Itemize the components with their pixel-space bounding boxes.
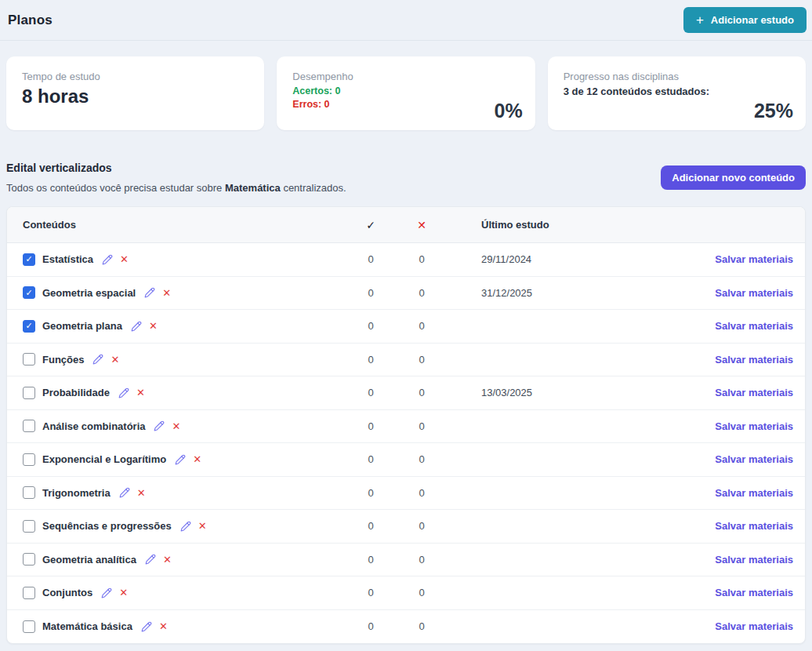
- table-row: ✓ Geometria plana ✕ 0 0 Salvar materiais: [7, 310, 805, 344]
- row-checkbox[interactable]: ✓: [23, 453, 35, 466]
- delete-x-icon[interactable]: ✕: [111, 354, 119, 366]
- save-materials-link[interactable]: Salvar materiais: [715, 620, 793, 632]
- row-correct-count: 0: [347, 587, 394, 598]
- save-materials-link[interactable]: Salvar materiais: [715, 453, 793, 465]
- row-label: Estatística: [42, 253, 93, 265]
- row-last-study-date: 13/03/2025: [449, 387, 637, 398]
- contents-table: Conteúdos ✓ ✕ Último estudo ✓ Estatístic…: [6, 206, 806, 644]
- row-label: Probabilidade: [42, 387, 110, 398]
- card-progress: Progresso nas disciplinas 3 de 12 conteú…: [548, 56, 806, 130]
- delete-x-icon[interactable]: ✕: [159, 620, 168, 632]
- row-label: Matemática básica: [42, 620, 132, 632]
- row-checkbox[interactable]: ✓: [23, 620, 35, 633]
- edit-pencil-icon[interactable]: [145, 554, 156, 565]
- edit-pencil-icon[interactable]: [175, 454, 186, 465]
- delete-x-icon[interactable]: ✕: [120, 253, 129, 265]
- delete-x-icon[interactable]: ✕: [119, 587, 128, 598]
- row-checkbox[interactable]: ✓: [23, 387, 35, 399]
- table-row: ✓ Trigonometria ✕ 0 0 Salvar materiais: [7, 477, 805, 511]
- delete-x-icon[interactable]: ✕: [193, 453, 201, 465]
- edit-pencil-icon[interactable]: [141, 621, 152, 632]
- plus-icon: +: [696, 13, 704, 27]
- row-label: Sequências e progressões: [42, 520, 172, 532]
- row-checkbox[interactable]: ✓: [23, 286, 35, 299]
- row-checkbox[interactable]: ✓: [23, 553, 35, 566]
- page-title: Planos: [8, 13, 53, 28]
- delete-x-icon[interactable]: ✕: [136, 387, 145, 398]
- top-header: Planos + Adicionar estudo: [0, 0, 812, 41]
- row-label: Funções: [42, 354, 84, 366]
- add-study-button[interactable]: + Adicionar estudo: [683, 7, 807, 33]
- card-performance: Desempenho Acertos: 0 Erros: 0 0%: [277, 56, 535, 130]
- edit-pencil-icon[interactable]: [92, 354, 103, 365]
- performance-percent: 0%: [495, 100, 523, 122]
- delete-x-icon[interactable]: ✕: [172, 420, 180, 432]
- row-content-cell: ✓ Conjuntos ✕: [23, 587, 347, 599]
- row-checkbox[interactable]: ✓: [23, 353, 35, 366]
- study-time-value: 8 horas: [22, 85, 248, 107]
- edit-pencil-icon[interactable]: [144, 287, 155, 298]
- checkbox-check-icon: ✓: [25, 289, 32, 297]
- save-materials-link[interactable]: Salvar materiais: [715, 487, 793, 499]
- save-materials-link[interactable]: Salvar materiais: [715, 520, 793, 532]
- progress-summary: 3 de 12 conteúdos estudados:: [564, 85, 790, 97]
- save-materials-link[interactable]: Salvar materiais: [715, 253, 793, 265]
- row-checkbox[interactable]: ✓: [23, 253, 35, 266]
- column-header-contents: Conteúdos: [23, 219, 347, 231]
- row-wrong-count: 0: [394, 487, 449, 499]
- edit-pencil-icon[interactable]: [131, 321, 142, 332]
- row-checkbox[interactable]: ✓: [23, 486, 35, 499]
- save-materials-link[interactable]: Salvar materiais: [715, 420, 793, 432]
- save-materials-link[interactable]: Salvar materiais: [715, 387, 793, 398]
- save-materials-link[interactable]: Salvar materiais: [715, 287, 793, 299]
- row-checkbox[interactable]: ✓: [23, 420, 35, 432]
- edit-pencil-icon[interactable]: [102, 254, 113, 265]
- edit-pencil-icon[interactable]: [180, 521, 191, 532]
- row-actions-cell: Salvar materiais: [637, 453, 793, 465]
- edit-pencil-icon[interactable]: [118, 387, 129, 398]
- row-wrong-count: 0: [394, 620, 449, 632]
- row-checkbox[interactable]: ✓: [23, 520, 35, 533]
- delete-x-icon[interactable]: ✕: [162, 287, 171, 299]
- edit-pencil-icon[interactable]: [154, 420, 165, 431]
- row-label: Análise combinatória: [42, 420, 145, 432]
- delete-x-icon[interactable]: ✕: [163, 554, 172, 566]
- edit-pencil-icon[interactable]: [119, 487, 130, 498]
- row-correct-count: 0: [347, 387, 394, 398]
- row-wrong-count: 0: [394, 253, 449, 265]
- stat-cards-row: Tempo de estudo 8 horas Desempenho Acert…: [6, 56, 806, 130]
- delete-x-icon[interactable]: ✕: [149, 320, 158, 332]
- row-actions-cell: Salvar materiais: [637, 620, 793, 632]
- table-header-row: Conteúdos ✓ ✕ Último estudo: [7, 207, 805, 243]
- performance-erros: Erros: 0: [292, 99, 519, 110]
- row-checkbox[interactable]: ✓: [23, 587, 35, 599]
- edital-description-prefix: Todos os conteúdos você precisa estudar …: [6, 182, 225, 194]
- edital-description-suffix: centralizados.: [281, 182, 346, 194]
- save-materials-link[interactable]: Salvar materiais: [715, 554, 793, 566]
- row-checkbox[interactable]: ✓: [23, 320, 35, 333]
- row-label: Geometria plana: [42, 320, 122, 332]
- row-correct-count: 0: [347, 320, 394, 332]
- column-header-last-study: Último estudo: [449, 219, 637, 231]
- table-row: ✓ Conjuntos ✕ 0 0 Salvar materiais: [7, 576, 805, 610]
- delete-x-icon[interactable]: ✕: [137, 487, 146, 499]
- row-wrong-count: 0: [394, 387, 449, 398]
- row-content-cell: ✓ Estatística ✕: [23, 253, 347, 266]
- save-materials-link[interactable]: Salvar materiais: [715, 320, 793, 332]
- edital-section-text: Edital verticalizados Todos os conteúdos…: [6, 162, 346, 194]
- table-body: ✓ Estatística ✕ 0 0 29/11/2024 Salvar ma…: [7, 243, 805, 643]
- save-materials-link[interactable]: Salvar materiais: [715, 354, 793, 366]
- performance-acertos: Acertos: 0: [292, 85, 519, 96]
- delete-x-icon[interactable]: ✕: [198, 520, 207, 532]
- edital-section-header: Edital verticalizados Todos os conteúdos…: [6, 162, 806, 194]
- edit-pencil-icon[interactable]: [101, 587, 112, 598]
- row-actions-cell: Salvar materiais: [637, 554, 793, 566]
- row-correct-count: 0: [347, 354, 394, 366]
- save-materials-link[interactable]: Salvar materiais: [715, 587, 793, 598]
- add-content-button[interactable]: Adicionar novo conteúdo: [661, 165, 806, 190]
- row-last-study-date: 31/12/2025: [449, 287, 637, 299]
- table-row: ✓ Exponencial e Logarítimo ✕ 0 0 Salvar …: [7, 443, 805, 477]
- row-content-cell: ✓ Análise combinatória ✕: [23, 420, 347, 432]
- checkbox-check-icon: ✓: [25, 322, 32, 330]
- table-row: ✓ Análise combinatória ✕ 0 0 Salvar mate…: [7, 410, 805, 444]
